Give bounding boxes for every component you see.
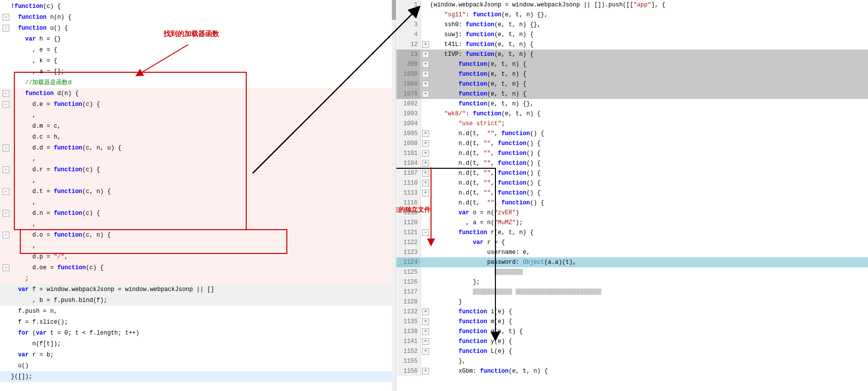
- expand-btn-18[interactable]: -: [2, 188, 9, 195]
- line-code-8: //加载器是函数d: [11, 77, 396, 88]
- expand-btn-22[interactable]: -: [2, 232, 9, 239]
- expand-btn-r1107[interactable]: +: [422, 170, 429, 177]
- line-num-1120: 1120: [397, 218, 421, 228]
- line-code-18: d.t = function(c, n) {: [11, 186, 396, 197]
- right-gutter-390: +: [421, 61, 430, 68]
- right-code-1101: n.d(t, "", function() {: [430, 148, 868, 158]
- right-line-3: 3 ssh0: function(e, t, n) {},: [396, 20, 868, 30]
- expand-btn-r1098[interactable]: +: [422, 140, 429, 147]
- right-gutter-13: +: [421, 51, 430, 58]
- right-code-1123: username: e,: [430, 247, 868, 257]
- expand-btn-14[interactable]: -: [2, 145, 9, 151]
- line-code-14: d.d = function(c, n, u) {: [11, 143, 396, 153]
- expand-btn-r1095[interactable]: +: [422, 130, 429, 137]
- line-num-1128: 1128: [397, 297, 421, 307]
- right-code-1156: xGbm: function(e, t, n) {: [430, 366, 868, 376]
- right-line-1104: 1104 + n.d(t, "", function() {: [396, 158, 868, 168]
- right-line-4: 4 suwj: function(e, t, n) {: [396, 30, 868, 40]
- right-line-1030: 1030 + function(e, t, n) {: [396, 69, 868, 79]
- expand-btn-r1060[interactable]: +: [422, 81, 429, 88]
- line-num-1132: 1132: [397, 307, 421, 317]
- line-code-17: ,: [11, 175, 396, 186]
- code-line-28: , b = f.push.bind(f);: [0, 295, 396, 306]
- code-line-6: , k = {: [0, 55, 396, 66]
- right-line-390: 390 + function(e, t, n) {: [396, 59, 868, 69]
- right-line-1093: 1093 "wk8/": function(e, t, n) {: [396, 109, 868, 119]
- expand-btn-r1141[interactable]: +: [422, 338, 429, 345]
- code-line-10: - d.e = function(c) {: [0, 99, 396, 110]
- right-code-1093: "wk8/": function(e, t, n) {: [430, 109, 868, 119]
- code-line-23: ,: [0, 241, 396, 251]
- right-gutter-1107: +: [421, 170, 430, 177]
- right-gutter-1135: +: [421, 318, 430, 325]
- code-line-20: - d.n = function(c) {: [0, 208, 396, 219]
- right-gutter-1152: +: [421, 348, 430, 355]
- line-num-2: 2: [397, 10, 421, 20]
- expand-btn-r1030[interactable]: +: [422, 71, 429, 78]
- right-line-1122: 1122 var r = {: [396, 238, 868, 247]
- code-line-13: d.c = h,: [0, 132, 396, 143]
- line-code-31: for (var t = 0; t < f.length; t++): [11, 328, 396, 339]
- right-gutter-1101: +: [421, 150, 430, 157]
- right-gutter-1095: +: [421, 130, 430, 137]
- code-line-7: , a = [];: [0, 66, 396, 77]
- scrollbar-thumb[interactable]: [392, 0, 396, 20]
- line-num-1030: 1030: [397, 69, 421, 79]
- right-line-1156: 1156 + xGbm: function(e, t, n) {: [396, 366, 868, 376]
- right-code-12: t41L: function(e, t, n) {: [430, 40, 868, 49]
- right-code-1118: var o = n("zvER"): [430, 208, 868, 218]
- line-code-24: d.p = "/",: [11, 251, 396, 262]
- code-line-16: - d.r = function(c) {: [0, 164, 396, 175]
- expand-btn-r1110[interactable]: +: [422, 180, 429, 187]
- expand-btn-2[interactable]: -: [2, 14, 9, 21]
- line-num-1104: 1104: [397, 158, 421, 168]
- expand-btn-r1152[interactable]: +: [422, 348, 429, 355]
- line-num-1107: 1107: [397, 168, 421, 178]
- right-line-1123: 1123 username: e,: [396, 247, 868, 257]
- code-line-30: f = f.slice();: [0, 317, 396, 328]
- code-line-35: }([]);: [0, 371, 396, 382]
- expand-btn-20[interactable]: -: [2, 210, 9, 217]
- expand-btn-3[interactable]: -: [2, 25, 9, 32]
- expand-btn-r1076[interactable]: +: [422, 91, 429, 98]
- expand-btn-r1138[interactable]: +: [422, 328, 429, 335]
- right-line-1152: 1152 + function L(e) {: [396, 346, 868, 356]
- right-line-1124: 1124 password: Object(a.a)(t),: [396, 257, 868, 267]
- left-code-area: !function(c) { - function n(n) { - funct…: [0, 0, 396, 391]
- line-code-10: d.e = function(c) {: [11, 99, 396, 110]
- code-line-5: , e = {: [0, 45, 396, 55]
- expand-btn-r1104[interactable]: +: [422, 160, 429, 167]
- line-code-9: function d(n) {: [11, 88, 396, 99]
- gutter-3: -: [1, 25, 11, 32]
- right-gutter-1030: +: [421, 71, 430, 78]
- code-line-15: ,: [0, 153, 396, 164]
- right-line-13: 13 + tIVP: function(e, t, n) {: [396, 49, 868, 59]
- right-line-2: 2 "sg11": function(e, t, n) {},: [396, 10, 868, 20]
- expand-btn-r13[interactable]: +: [422, 51, 429, 58]
- line-code-26: ;: [11, 273, 396, 284]
- expand-btn-9[interactable]: -: [2, 90, 9, 97]
- line-num-1076: 1076: [397, 89, 421, 99]
- right-code-1060: function(e, t, n) {: [430, 79, 868, 89]
- expand-btn-r390[interactable]: +: [422, 61, 429, 68]
- line-num-1098: 1098: [397, 139, 421, 148]
- line-num-1094: 1094: [397, 119, 421, 129]
- expand-btn-r1113[interactable]: +: [422, 190, 429, 196]
- expand-btn-r1156[interactable]: +: [422, 368, 429, 375]
- line-code-13: d.c = h,: [11, 132, 396, 143]
- gutter-2: -: [1, 14, 11, 21]
- expand-btn-r1121[interactable]: -: [422, 229, 429, 236]
- line-num-4: 4: [397, 30, 421, 40]
- expand-btn-25[interactable]: -: [2, 264, 9, 271]
- line-code-32: n(f[t]);: [11, 339, 396, 349]
- expand-btn-16[interactable]: -: [2, 166, 9, 173]
- expand-btn-r12[interactable]: +: [422, 41, 429, 48]
- right-line-12: 12 + t41L: function(e, t, n) {: [396, 40, 868, 49]
- expand-btn-r1132[interactable]: +: [422, 308, 429, 315]
- expand-btn-r1101[interactable]: +: [422, 150, 429, 157]
- right-code-panel: 可以发现两个文件是有共通处的 这一个是目标所在的独立文件 1 (window.w…: [396, 0, 868, 391]
- code-line-26: ;: [0, 273, 396, 284]
- expand-btn-10[interactable]: -: [2, 101, 9, 108]
- line-num-1121: 1121: [397, 228, 421, 238]
- expand-btn-r1135[interactable]: +: [422, 318, 429, 325]
